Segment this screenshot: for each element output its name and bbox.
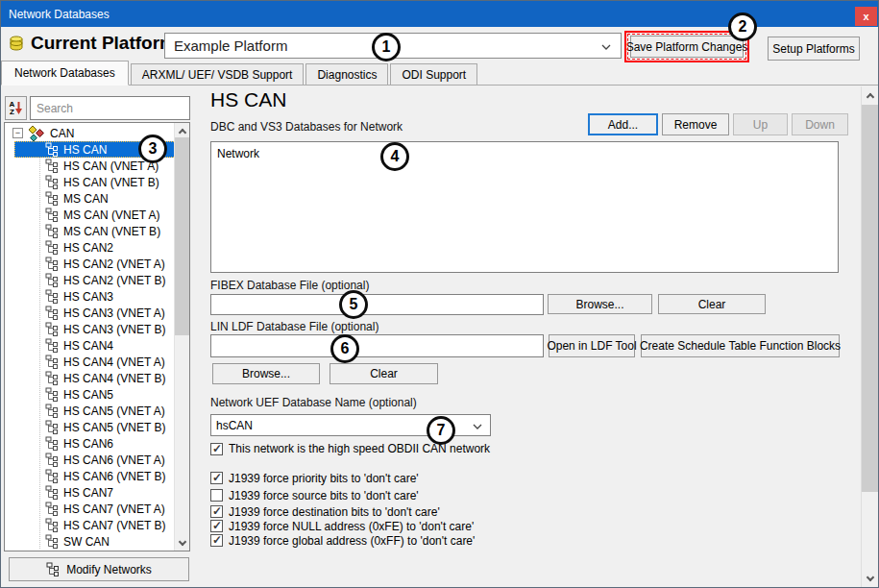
main-scrollbar[interactable] [861, 86, 879, 588]
save-platform-changes-button[interactable]: Save Platform Changes [630, 36, 744, 58]
tab-arxml-uef-vsdb-support[interactable]: ARXML/ UEF/ VSDB Support [131, 63, 305, 85]
network-node-icon [45, 191, 60, 206]
tree-item-label: HS CAN5 (VNET B) [63, 421, 165, 434]
network-node-icon [45, 240, 60, 255]
annotation-circle-2: 2 [728, 12, 757, 41]
j1939-checkbox-j1939-force-priority-bits-to-don-t-care[interactable]: J1939 force priority bits to 'don't care… [210, 471, 475, 485]
tree-scrollbar[interactable] [174, 123, 189, 551]
tree-item-label: HS CAN4 (VNET B) [63, 372, 165, 385]
j1939-checkbox-label: J1939 force global address (0xFF) to 'do… [229, 534, 475, 548]
tree-item-hs-can3[interactable]: HS CAN3 [14, 288, 185, 305]
checkbox-icon [210, 472, 223, 484]
tree-item-hs-can5-vnet-b[interactable]: HS CAN5 (VNET B) [14, 419, 185, 435]
tree-item-label: HS CAN (VNET B) [63, 176, 159, 189]
tree-item-label: HS CAN5 (VNET A) [63, 404, 165, 418]
close-button[interactable]: x [855, 7, 877, 26]
ldf-browse-button[interactable]: Browse... [212, 363, 320, 384]
annotation-circle-1: 1 [372, 33, 401, 61]
network-node-icon [45, 420, 60, 434]
sort-az-icon: AZ [10, 101, 15, 116]
tree-item-hs-can2-vnet-a[interactable]: HS CAN2 (VNET A) [14, 256, 185, 272]
tree-item-hs-can6-vnet-a[interactable]: HS CAN6 (VNET A) [14, 452, 185, 468]
tab-diagnostics[interactable]: Diagnostics [305, 63, 388, 85]
network-node-icon [45, 224, 60, 238]
fibex-file-label: FIBEX Database File (optional) [210, 279, 369, 292]
tree-item-hs-can6[interactable]: HS CAN6 [14, 435, 185, 452]
j1939-checkbox-j1939-force-destination-bits-to-don-t-care[interactable]: J1939 force destination bits to 'don't c… [210, 504, 475, 519]
tree-item-sw-can[interactable]: SW CAN [14, 533, 185, 550]
ldf-file-input[interactable] [210, 334, 544, 357]
down-button[interactable]: Down [792, 113, 848, 135]
tree-scrollbar-thumb[interactable] [175, 137, 189, 335]
scroll-up-icon[interactable] [175, 123, 189, 138]
open-in-ldf-tool-button[interactable]: Open in LDF Tool [549, 334, 635, 357]
tree-item-hs-can4-vnet-a[interactable]: HS CAN4 (VNET A) [14, 354, 185, 370]
j1939-checkbox-j1939-force-source-bits-to-don-t-care[interactable]: J1939 force source bits to 'don't care' [210, 488, 475, 502]
add-button[interactable]: Add... [588, 113, 658, 135]
tree-item-label: HS CAN2 [63, 241, 113, 255]
tree-item-ms-can-vnet-a[interactable]: MS CAN (VNET A) [14, 207, 185, 223]
up-button[interactable]: Up [733, 113, 788, 135]
ldf-file-label: LIN LDF Database File (optional) [210, 320, 378, 333]
tree-item-hs-can7-vnet-a[interactable]: HS CAN7 (VNET A) [14, 501, 185, 517]
ldf-clear-button[interactable]: Clear [330, 363, 438, 384]
modify-networks-icon [46, 562, 61, 576]
tree-item-hs-can7[interactable]: HS CAN7 [14, 484, 185, 501]
tree-item-hs-can3-vnet-b[interactable]: HS CAN3 (VNET B) [14, 321, 185, 337]
tree-item-label: HS CAN5 [63, 388, 113, 402]
tree-item-ms-can[interactable]: MS CAN [14, 190, 185, 207]
modify-networks-button[interactable]: Modify Networks [9, 557, 189, 581]
network-databases-window: Network Databases x Current Platform Exa… [0, 0, 879, 588]
network-node-icon [45, 485, 60, 500]
tree-root-label: CAN [50, 127, 74, 140]
tab-odi-support[interactable]: ODI Support [390, 63, 477, 85]
tree-item-hs-can6-vnet-b[interactable]: HS CAN6 (VNET B) [14, 468, 185, 484]
tree-item-hs-can3-vnet-a[interactable]: HS CAN3 (VNET A) [14, 305, 185, 321]
tree-item-hs-can2[interactable]: HS CAN2 [14, 239, 185, 256]
scroll-down-icon[interactable] [175, 535, 189, 551]
tree-item-hs-can5[interactable]: HS CAN5 [14, 386, 185, 403]
tree-item-hs-can5-vnet-a[interactable]: HS CAN5 (VNET A) [14, 403, 185, 419]
j1939-checkbox-j1939-force-global-address-0xff-to-don-t-care[interactable]: J1939 force global address (0xFF) to 'do… [210, 533, 475, 548]
scroll-down-icon[interactable] [862, 570, 879, 588]
tab-network-databases[interactable]: Network Databases [1, 61, 129, 86]
obdii-network-checkbox[interactable]: This network is the high speed OBDII CAN… [210, 442, 490, 455]
tree-item-label: HS CAN4 (VNET A) [63, 355, 165, 369]
network-node-icon [45, 306, 60, 320]
fibex-clear-button[interactable]: Clear [658, 294, 766, 314]
tree-item-hs-can4-vnet-b[interactable]: HS CAN4 (VNET B) [14, 370, 185, 386]
network-tree[interactable]: − CAN HS CAN [4, 122, 190, 551]
scroll-up-icon[interactable] [862, 86, 879, 105]
tree-item-label: MS CAN [63, 192, 109, 206]
tree-item-hs-can4[interactable]: HS CAN4 [14, 337, 185, 354]
remove-button[interactable]: Remove [662, 113, 729, 135]
tree-item-hs-can2-vnet-b[interactable]: HS CAN2 (VNET B) [14, 272, 185, 288]
tree-item-hs-can7-vnet-b[interactable]: HS CAN7 (VNET B) [14, 517, 185, 533]
annotation-circle-3: 3 [138, 135, 167, 163]
annotation-circle-4: 4 [380, 142, 409, 171]
search-input[interactable] [30, 96, 190, 120]
database-icon [9, 36, 24, 51]
tree-item-label: HS CAN [63, 143, 107, 157]
fibex-file-input[interactable] [210, 294, 544, 315]
sort-arrow-icon [15, 101, 22, 115]
main-scrollbar-thumb[interactable] [862, 105, 879, 492]
window-title: Network Databases [9, 8, 110, 21]
tree-item-ms-can-vnet-b[interactable]: MS CAN (VNET B) [14, 223, 185, 239]
database-list[interactable]: Network [210, 141, 839, 273]
j1939-checkbox-j1939-force-null-address-0xfe-to-don-t-care[interactable]: J1939 force NULL address (0xFE) to 'don'… [210, 519, 475, 533]
tree-item-label: SW CAN [63, 535, 110, 549]
page-title: HS CAN [210, 88, 286, 111]
create-schedule-table-button[interactable]: Create Schedule Table Function Blocks [641, 334, 840, 357]
sort-az-button[interactable]: AZ [5, 96, 27, 120]
network-node-icon [45, 175, 60, 189]
setup-platforms-button[interactable]: Setup Platforms [768, 37, 860, 61]
fibex-browse-button[interactable]: Browse... [548, 294, 652, 314]
network-node-icon [45, 404, 60, 418]
chevron-down-icon [473, 424, 482, 429]
network-node-icon [45, 338, 60, 353]
network-node-icon [45, 371, 60, 385]
tree-item-hs-can-vnet-b[interactable]: HS CAN (VNET B) [14, 174, 185, 190]
collapse-icon[interactable]: − [12, 128, 23, 138]
j1939-checkbox-label: J1939 force source bits to 'don't care' [229, 489, 419, 502]
